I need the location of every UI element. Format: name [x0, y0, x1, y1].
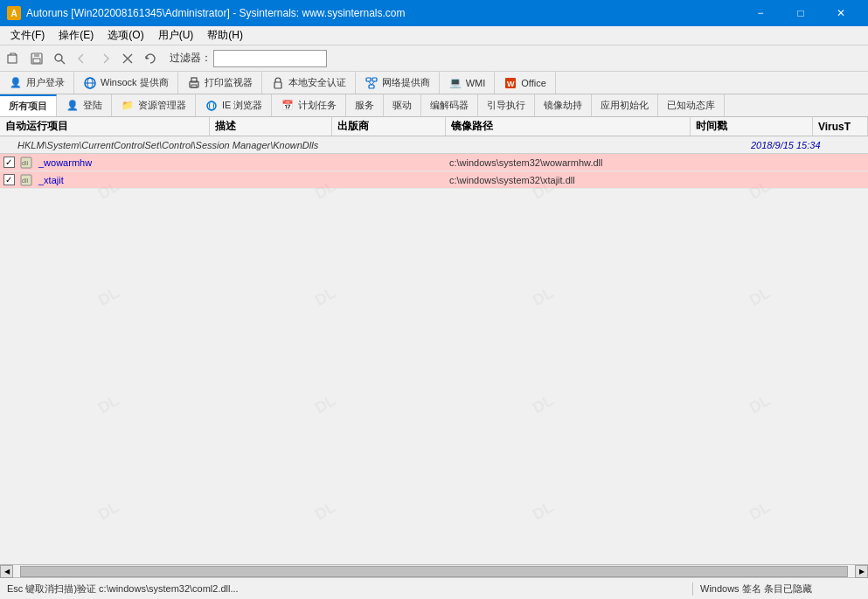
wmi-icon: 💻 — [448, 76, 462, 90]
tab-login[interactable]: 👤 登陆 — [57, 94, 112, 116]
title-bar: A Autoruns [Win202008161345\Administrato… — [0, 0, 868, 26]
col-imgpath[interactable]: 镜像路径 — [446, 117, 691, 136]
svg-rect-3 — [33, 59, 40, 63]
tab-scheduled[interactable]: 📅 计划任务 — [272, 94, 346, 116]
toolbar-forward-btn[interactable] — [94, 48, 115, 69]
tab-drivers[interactable]: 驱动 — [384, 94, 421, 116]
menu-action[interactable]: 操作(E) — [52, 26, 101, 45]
row2-name: _xtajit — [35, 175, 210, 185]
svg-point-4 — [55, 54, 62, 61]
col-time[interactable]: 时间戳 — [691, 117, 813, 136]
svg-rect-0 — [8, 55, 17, 63]
minimize-button[interactable]: − — [740, 0, 781, 26]
scroll-right-btn[interactable]: ▶ — [855, 565, 868, 578]
col-publisher[interactable]: 出版商 — [332, 117, 446, 136]
tab-all[interactable]: 所有项目 — [0, 94, 57, 116]
tab-codecs[interactable]: 编解码器 — [421, 94, 478, 116]
status-right: Windows 签名 条目已隐藏 — [693, 582, 868, 596]
menu-user[interactable]: 用户(U) — [151, 26, 201, 45]
tab-row-2: 所有项目 👤 登陆 📁 资源管理器 IE 浏览器 📅 计划任务 服务 驱动 编解… — [0, 94, 868, 117]
toolbar-open-btn[interactable] — [3, 48, 24, 69]
maximize-button[interactable]: □ — [781, 0, 821, 26]
menu-bar: 文件(F) 操作(E) 选项(O) 用户(U) 帮助(H) — [0, 26, 868, 45]
tab-user-login[interactable]: 👤 用户登录 — [0, 72, 74, 94]
tab-login-icon: 👤 — [66, 99, 80, 113]
toolbar-find-btn[interactable] — [49, 48, 70, 69]
row1-path: c:\windows\system32\wowarmhw.dll — [446, 157, 691, 168]
toolbar: 过滤器： — [0, 45, 868, 72]
toolbar-delete-btn[interactable] — [117, 48, 138, 69]
svg-rect-2 — [34, 53, 39, 57]
svg-text:dll: dll — [22, 178, 28, 184]
column-headers: 自动运行项目 描述 出版商 镜像路径 时间戳 VirusT — [0, 117, 868, 136]
checkbox-icon[interactable]: ✓ — [3, 174, 15, 185]
table-row[interactable]: ✓ dll _wowarmhw c:\windows\system32\wowa… — [0, 154, 868, 171]
tab-appinit[interactable]: 应用初始化 — [592, 94, 658, 116]
menu-file[interactable]: 文件(F) — [3, 26, 52, 45]
scroll-thumb[interactable] — [20, 566, 848, 577]
svg-text:dll: dll — [22, 160, 28, 166]
checkbox-icon[interactable]: ✓ — [3, 157, 15, 168]
tab-winsock[interactable]: Winsock 提供商 — [74, 72, 178, 94]
col-desc[interactable]: 描述 — [210, 117, 332, 136]
winsock-icon — [83, 76, 97, 90]
registry-group-row: HKLM\System\CurrentControlSet\Control\Se… — [0, 136, 868, 154]
tab-scheduled-icon: 📅 — [281, 99, 295, 113]
filter-label: 过滤器： — [170, 51, 212, 66]
status-bar: Esc 键取消扫描)验证 c:\windows\system32\coml2.d… — [0, 577, 868, 599]
user-login-icon: 👤 — [9, 76, 23, 90]
tab-explorer-icon: 📁 — [121, 99, 135, 113]
tab-print[interactable]: 打印监视器 — [178, 72, 262, 94]
col-autorun[interactable]: 自动运行项目 — [0, 117, 210, 136]
tab-explorer[interactable]: 📁 资源管理器 — [112, 94, 196, 116]
horizontal-scrollbar[interactable]: ◀ ▶ — [0, 564, 868, 577]
toolbar-back-btn[interactable] — [72, 48, 93, 69]
row1-checkbox[interactable]: ✓ — [0, 157, 17, 168]
svg-rect-13 — [191, 85, 197, 87]
data-area: DLDLDLDL DLDLDLDL DLDLDLDL DLDLDLDL HKLM… — [0, 136, 868, 564]
row1-name: _wowarmhw — [35, 157, 210, 168]
tab-ie[interactable]: IE 浏览器 — [196, 94, 272, 116]
svg-point-23 — [210, 101, 214, 110]
tab-ie-icon — [205, 99, 219, 113]
tab-boot[interactable]: 引导执行 — [478, 94, 535, 116]
scroll-left-btn[interactable]: ◀ — [0, 565, 13, 578]
app-icon: A — [7, 6, 21, 20]
row2-checkbox[interactable]: ✓ — [0, 174, 17, 185]
close-button[interactable]: ✕ — [821, 0, 861, 26]
svg-rect-17 — [369, 85, 374, 88]
registry-path: HKLM\System\CurrentControlSet\Control\Se… — [0, 140, 746, 150]
col-virus[interactable]: VirusT — [813, 117, 868, 136]
svg-rect-16 — [372, 78, 377, 81]
print-icon — [187, 76, 201, 90]
tab-lsa[interactable]: 本地安全认证 — [262, 72, 356, 94]
tab-network[interactable]: 网络提供商 — [356, 72, 440, 94]
row2-path: c:\windows\system32\xtajit.dll — [446, 175, 691, 185]
filter-input[interactable] — [213, 50, 327, 67]
tab-knowndlls[interactable]: 已知动态库 — [658, 94, 725, 116]
window-title: Autoruns [Win202008161345\Administrator]… — [26, 7, 406, 19]
tab-row-1: 👤 用户登录 Winsock 提供商 打印监视器 本地安全认证 网络提供商 — [0, 72, 868, 94]
row2-icon: dll — [17, 174, 35, 186]
svg-line-5 — [61, 60, 65, 64]
row1-icon: dll — [17, 157, 35, 169]
status-left: Esc 键取消扫描)验证 c:\windows\system32\coml2.d… — [0, 582, 693, 596]
tab-services[interactable]: 服务 — [346, 94, 384, 116]
menu-options[interactable]: 选项(O) — [101, 26, 150, 45]
lsa-icon — [271, 76, 285, 90]
network-icon — [365, 76, 378, 90]
watermark: DLDLDLDL DLDLDLDL DLDLDLDL DLDLDLDL — [0, 136, 868, 564]
toolbar-save-btn[interactable] — [26, 48, 47, 69]
office-icon: W — [503, 76, 517, 90]
registry-timestamp: 2018/9/15 15:34 — [746, 140, 868, 150]
toolbar-refresh-btn[interactable] — [140, 48, 161, 69]
tab-image-hijack[interactable]: 镜像劫持 — [535, 94, 592, 116]
svg-rect-14 — [274, 82, 281, 88]
menu-help[interactable]: 帮助(H) — [200, 26, 250, 45]
svg-rect-15 — [366, 78, 371, 81]
table-row[interactable]: ✓ dll _xtajit c:\windows\system32\xtajit… — [0, 171, 868, 189]
svg-text:W: W — [507, 80, 515, 88]
tab-office[interactable]: W Office — [495, 72, 556, 94]
svg-point-22 — [207, 101, 216, 110]
tab-wmi[interactable]: 💻 WMI — [440, 72, 496, 94]
